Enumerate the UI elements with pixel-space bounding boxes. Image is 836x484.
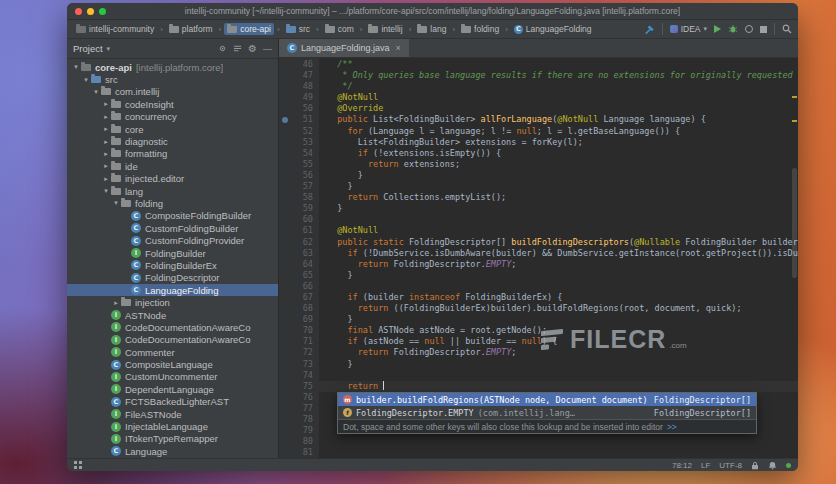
tree-item-lang[interactable]: ▾lang [67,185,278,197]
tree-item-CustomUncommenter[interactable]: ICustomUncommenter [67,371,278,383]
profiler-button[interactable] [745,25,753,33]
code-line-47[interactable]: * Only queries base language results if … [319,70,798,81]
code-line-70[interactable]: final ASTNode astNode = root.getNode(); [319,325,798,336]
tree-item-CompositeLanguage[interactable]: CCompositeLanguage [67,358,278,370]
code-line-54[interactable]: if (!extensions.isEmpty()) { [319,148,798,159]
tree-item-FoldingDescriptor[interactable]: CFoldingDescriptor [67,272,278,284]
code-line-64[interactable]: return FoldingDescriptor.EMPTY; [319,259,798,270]
breadcrumb-intellij[interactable]: intellij [365,23,405,35]
code-line-53[interactable]: List<FoldingBuilder> extensions = forKey… [319,137,798,148]
tree-item-InjectableLanguage[interactable]: IInjectableLanguage [67,420,278,432]
tree-item-core[interactable]: ▸core [67,123,278,135]
minimize-window-button[interactable] [87,8,94,15]
code-line-72[interactable]: return FoldingDescriptor.EMPTY; [319,347,798,358]
tree-item-codeInsight[interactable]: ▸codeInsight [67,98,278,110]
encoding-widget[interactable]: UTF-8 [719,461,742,470]
code-line-56[interactable]: } [319,170,798,181]
editor-scrollbar[interactable] [790,58,798,458]
code-line-57[interactable]: } [319,181,798,192]
tree-item-ide[interactable]: ▸ide [67,160,278,172]
tree-item-LanguageFolding[interactable]: CLanguageFolding [67,284,278,296]
code-line-59[interactable]: } [319,203,798,214]
chevron-right-icon[interactable]: ▸ [101,175,111,183]
tool-window-switcher-icon[interactable] [74,461,82,469]
stop-button[interactable] [760,26,767,33]
collapse-all-icon[interactable] [233,44,242,53]
gear-icon[interactable]: ⚙ [248,44,257,54]
run-button[interactable] [714,25,721,33]
chevron-right-icon[interactable]: ▸ [101,162,111,170]
chevron-right-icon[interactable]: ▸ [111,299,121,307]
notifications-bell-icon[interactable] [768,461,777,470]
tree-item-injected.editor[interactable]: ▸injected.editor [67,173,278,185]
tree-item-CodeDocumentationAwareCo[interactable]: ICodeDocumentationAwareCo [67,321,278,333]
chevron-down-icon[interactable]: ▾ [111,199,121,207]
tree-item-core-api[interactable]: ▾core-api[intellij.platform.core] [67,61,278,73]
code-line-68[interactable]: return ((FoldingBuilderEx)builder).build… [319,303,798,314]
code-line-62[interactable]: public static FoldingDescriptor[] buildF… [319,237,798,248]
breadcrumb-platform[interactable]: platform [166,23,216,35]
chevron-right-icon[interactable]: ▸ [101,150,111,158]
tree-item-diagnostic[interactable]: ▸diagnostic [67,135,278,147]
code-line-61[interactable]: @NotNull [319,225,798,236]
code-line-51[interactable]: public List<FoldingBuilder> allForLangua… [319,114,798,125]
tree-item-Language[interactable]: CLanguage [67,445,278,457]
run-configuration-selector[interactable]: IDEA ▾ [670,24,707,34]
code-line-55[interactable]: return extensions; [319,159,798,170]
tree-item-CodeDocumentationAwareCo[interactable]: ICodeDocumentationAwareCo [67,334,278,346]
tree-item-folding[interactable]: ▾folding [67,197,278,209]
tree-item-DependentLanguage[interactable]: IDependentLanguage [67,383,278,395]
chevron-down-icon[interactable]: ▾ [81,76,91,84]
tree-item-CompositeFoldingBuilder[interactable]: CCompositeFoldingBuilder [67,210,278,222]
build-hammer-icon[interactable] [644,24,655,35]
scrollbar-thumb[interactable] [792,168,797,278]
close-window-button[interactable] [75,8,82,15]
chevron-down-icon[interactable]: ▾ [71,63,81,71]
breadcrumb-lang[interactable]: lang [414,23,449,35]
code-line-58[interactable]: return Collections.emptyList(); [319,192,798,203]
tree-item-FCTSBackedLighterAST[interactable]: CFCTSBackedLighterAST [67,396,278,408]
tree-item-ASTNode[interactable]: IASTNode [67,309,278,321]
locate-file-icon[interactable] [218,44,227,53]
tree-item-src[interactable]: ▾src [67,73,278,85]
tree-item-FoldingBuilder[interactable]: IFoldingBuilder [67,247,278,259]
code-line-80[interactable] [319,436,798,447]
breadcrumb-core-api[interactable]: core-api [224,23,274,35]
zoom-window-button[interactable] [99,8,106,15]
tree-item-CustomFoldingBuilder[interactable]: CCustomFoldingBuilder [67,222,278,234]
breadcrumb-intellij-community[interactable]: intellij-community [73,23,157,35]
code-line-50[interactable]: @Override [319,103,798,114]
tree-item-FoldingBuilderEx[interactable]: CFoldingBuilderEx [67,259,278,271]
code-line-63[interactable]: if (!DumbService.isDumbAware(builder) &&… [319,248,798,259]
code-line-69[interactable]: } [319,314,798,325]
code-line-65[interactable]: } [319,270,798,281]
line-separator-widget[interactable]: LF [701,461,710,470]
tree-item-ITokenTypeRemapper[interactable]: IITokenTypeRemapper [67,433,278,445]
overrides-marker-icon[interactable] [282,117,288,123]
breadcrumb-LanguageFolding[interactable]: CLanguageFolding [511,23,595,35]
chevron-right-icon[interactable]: ▸ [101,113,111,121]
tree-item-com.intellij[interactable]: ▾com.intellij [67,86,278,98]
breadcrumb-src[interactable]: src [283,23,313,35]
chevron-right-icon[interactable]: ▸ [101,100,111,108]
code-line-75[interactable]: return [319,381,798,392]
completion-item[interactable]: mbuilder.buildFoldRegions(ASTNode node, … [338,393,756,406]
code-line-71[interactable]: if (astNode == null || builder == null) … [319,336,798,347]
tree-item-formatting[interactable]: ▸formatting [67,148,278,160]
tree-item-injection[interactable]: ▸injection [67,296,278,308]
completion-item[interactable]: fFoldingDescriptor.EMPTY (com.intellij.l… [338,406,756,419]
chevron-down-icon[interactable]: ▾ [101,187,111,195]
tab-languagefolding-java[interactable]: C LanguageFolding.java × [279,39,409,57]
tree-item-concurrency[interactable]: ▸concurrency [67,111,278,123]
code-line-66[interactable] [319,281,798,292]
readonly-lock-icon[interactable] [751,461,759,470]
caret-position-widget[interactable]: 78:12 [672,461,692,470]
search-everywhere-icon[interactable] [782,24,792,34]
code-line-60[interactable] [319,214,798,225]
completion-hint-link[interactable]: >> [667,422,677,432]
tree-item-FileASTNode[interactable]: IFileASTNode [67,408,278,420]
tree-item-Commenter[interactable]: ICommenter [67,346,278,358]
tree-item-CustomFoldingProvider[interactable]: CCustomFoldingProvider [67,234,278,246]
code-line-67[interactable]: if (builder instanceof FoldingBuilderEx)… [319,292,798,303]
project-panel-title[interactable]: Project [73,43,103,54]
